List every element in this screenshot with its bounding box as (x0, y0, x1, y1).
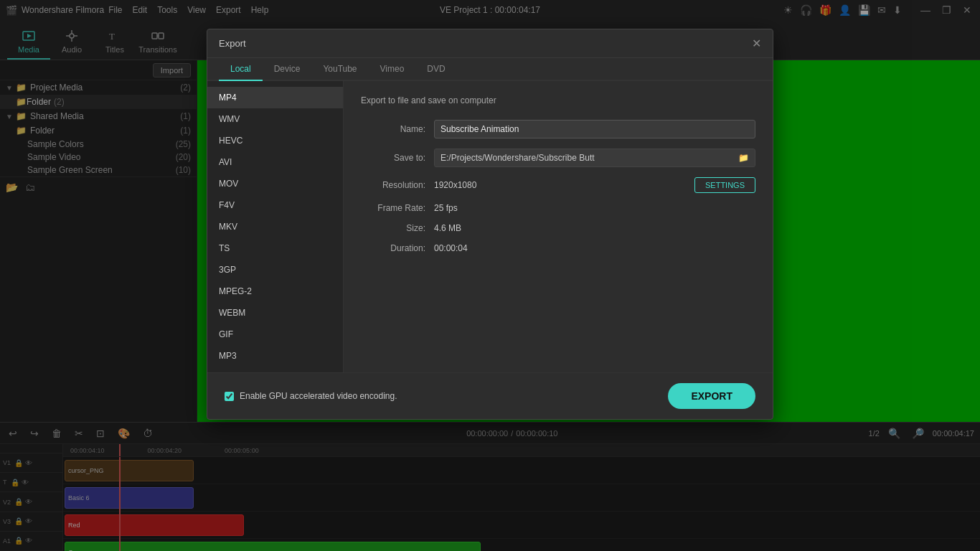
format-mkv[interactable]: MKV (207, 216, 343, 237)
duration-value: 00:00:04 (434, 243, 755, 253)
format-hevc[interactable]: HEVC (207, 130, 343, 151)
format-ts[interactable]: TS (207, 237, 343, 259)
size-row: Size: 4.6 MB (361, 223, 755, 233)
modal-close-button[interactable]: ✕ (752, 37, 761, 50)
gpu-label: Enable GPU accelerated video encoding. (240, 391, 397, 401)
modal-content: Export to file and save on computer Name… (344, 81, 773, 372)
tab-vimeo[interactable]: Vimeo (369, 58, 416, 81)
modal-header: Export ✕ (207, 29, 773, 58)
export-button[interactable]: EXPORT (668, 383, 755, 409)
framerate-value: 25 fps (434, 203, 755, 213)
modal-tabs: Local Device YouTube Vimeo DVD (207, 58, 773, 81)
export-description: Export to file and save on computer (361, 95, 755, 105)
format-avi[interactable]: AVI (207, 151, 343, 173)
name-row: Name: (361, 120, 755, 138)
tab-device[interactable]: Device (263, 58, 312, 81)
save-to-label: Save to: (361, 153, 425, 163)
format-mov[interactable]: MOV (207, 173, 343, 194)
settings-button[interactable]: SETTINGS (694, 177, 755, 193)
format-wmv[interactable]: WMV (207, 108, 343, 130)
framerate-row: Frame Rate: 25 fps (361, 203, 755, 213)
framerate-label: Frame Rate: (361, 203, 425, 213)
save-to-value: E:/Projects/Wondershare/Subscribe Butt (440, 153, 595, 163)
browse-icon[interactable]: 📁 (738, 153, 749, 163)
format-mpeg2[interactable]: MPEG-2 (207, 281, 343, 302)
size-value: 4.6 MB (434, 223, 755, 233)
save-to-row: Save to: E:/Projects/Wondershare/Subscri… (361, 149, 755, 167)
modal-title: Export (219, 38, 246, 49)
modal-footer: Enable GPU accelerated video encoding. E… (207, 372, 773, 419)
format-webm[interactable]: WEBM (207, 302, 343, 324)
gpu-checkbox-row: Enable GPU accelerated video encoding. (225, 391, 397, 401)
export-modal: Export ✕ Local Device YouTube Vimeo DVD … (207, 29, 773, 420)
format-mp4[interactable]: MP4 (207, 87, 343, 108)
modal-body: MP4 WMV HEVC AVI MOV F4V MKV TS 3GP MPEG… (207, 81, 773, 372)
format-f4v[interactable]: F4V (207, 194, 343, 216)
name-input[interactable] (434, 120, 755, 138)
duration-label: Duration: (361, 243, 425, 253)
tab-youtube[interactable]: YouTube (311, 58, 368, 81)
name-label: Name: (361, 124, 425, 134)
save-to-path[interactable]: E:/Projects/Wondershare/Subscribe Butt 📁 (434, 149, 755, 167)
tab-dvd[interactable]: DVD (415, 58, 456, 81)
duration-row: Duration: 00:00:04 (361, 243, 755, 253)
format-3gp[interactable]: 3GP (207, 259, 343, 281)
format-sidebar: MP4 WMV HEVC AVI MOV F4V MKV TS 3GP MPEG… (207, 81, 344, 372)
gpu-checkbox[interactable] (225, 392, 234, 401)
resolution-value: 1920x1080 (434, 180, 687, 190)
format-gif[interactable]: GIF (207, 324, 343, 345)
resolution-label: Resolution: (361, 180, 425, 190)
resolution-row: Resolution: 1920x1080 SETTINGS (361, 177, 755, 193)
size-label: Size: (361, 223, 425, 233)
modal-backdrop: Export ✕ Local Device YouTube Vimeo DVD … (0, 0, 980, 551)
format-mp3[interactable]: MP3 (207, 345, 343, 367)
tab-local[interactable]: Local (219, 58, 263, 81)
